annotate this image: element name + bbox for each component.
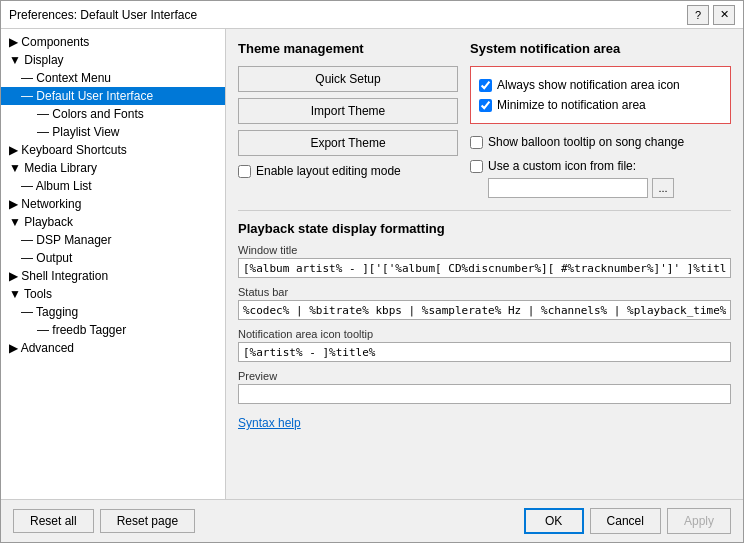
import-theme-button[interactable]: Import Theme xyxy=(238,98,458,124)
sidebar-item-label: — Album List xyxy=(21,179,225,193)
help-button[interactable]: ? xyxy=(687,5,709,25)
always-show-row: Always show notification area icon xyxy=(479,75,722,95)
sidebar-item-advanced[interactable]: ▶ Advanced xyxy=(1,339,225,357)
playback-formatting-section: Playback state display formatting Window… xyxy=(238,210,731,430)
show-balloon-label: Show balloon tooltip on song change xyxy=(488,135,684,149)
sidebar-item-label: — Tagging xyxy=(21,305,225,319)
status-bar-input[interactable] xyxy=(238,300,731,320)
sidebar-item-tools[interactable]: ▼ Tools xyxy=(1,285,225,303)
sidebar-item-label: — DSP Manager xyxy=(21,233,225,247)
export-theme-button[interactable]: Export Theme xyxy=(238,130,458,156)
footer-right-buttons: OK Cancel Apply xyxy=(524,508,731,534)
sidebar-item-label: — freedb Tagger xyxy=(37,323,225,337)
sidebar-item-label: ▶ Keyboard Shortcuts xyxy=(9,143,225,157)
sidebar-item-media-library[interactable]: ▼ Media Library xyxy=(1,159,225,177)
custom-icon-input[interactable] xyxy=(488,178,648,198)
sidebar: ▶ Components▼ Display— Context Menu— Def… xyxy=(1,29,226,499)
minimize-to-checkbox[interactable] xyxy=(479,99,492,112)
sidebar-item-label: — Colors and Fonts xyxy=(37,107,225,121)
sidebar-item-colors-and-fonts[interactable]: — Colors and Fonts xyxy=(1,105,225,123)
apply-button[interactable]: Apply xyxy=(667,508,731,534)
sidebar-item-shell-integration[interactable]: ▶ Shell Integration xyxy=(1,267,225,285)
main-content: ▶ Components▼ Display— Context Menu— Def… xyxy=(1,29,743,499)
sidebar-item-display[interactable]: ▼ Display xyxy=(1,51,225,69)
sidebar-item-output[interactable]: — Output xyxy=(1,249,225,267)
window-title: Preferences: Default User Interface xyxy=(9,8,197,22)
footer: Reset all Reset page OK Cancel Apply xyxy=(1,499,743,542)
preferences-window: Preferences: Default User Interface ? ✕ … xyxy=(0,0,744,543)
sidebar-item-networking[interactable]: ▶ Networking xyxy=(1,195,225,213)
sidebar-item-label: ▶ Shell Integration xyxy=(9,269,225,283)
sidebar-item-label: ▼ Tools xyxy=(9,287,225,301)
custom-icon-row: Use a custom icon from file: xyxy=(470,156,731,176)
sidebar-item-label: ▼ Playback xyxy=(9,215,225,229)
sidebar-item-tagging[interactable]: — Tagging xyxy=(1,303,225,321)
sidebar-item-label: — Output xyxy=(21,251,225,265)
reset-all-button[interactable]: Reset all xyxy=(13,509,94,533)
sidebar-item-album-list[interactable]: — Album List xyxy=(1,177,225,195)
enable-layout-checkbox[interactable] xyxy=(238,165,251,178)
titlebar-controls: ? ✕ xyxy=(687,5,735,25)
sidebar-item-label: — Default User Interface xyxy=(21,89,225,103)
sidebar-item-label: — Playlist View xyxy=(37,125,225,139)
enable-layout-label: Enable layout editing mode xyxy=(256,164,401,178)
notif-tooltip-input[interactable] xyxy=(238,342,731,362)
main-panel: Theme management Quick Setup Import Them… xyxy=(226,29,743,499)
notif-tooltip-label: Notification area icon tooltip xyxy=(238,328,731,340)
minimize-to-row: Minimize to notification area xyxy=(479,95,722,115)
sidebar-item-label: — Context Menu xyxy=(21,71,225,85)
quick-setup-button[interactable]: Quick Setup xyxy=(238,66,458,92)
preview-label: Preview xyxy=(238,370,731,382)
syntax-help-link[interactable]: Syntax help xyxy=(238,416,301,430)
use-custom-icon-checkbox[interactable] xyxy=(470,160,483,173)
use-custom-icon-label: Use a custom icon from file: xyxy=(488,159,636,173)
top-panels-row: Theme management Quick Setup Import Them… xyxy=(238,41,731,198)
system-notification-panel: System notification area Always show not… xyxy=(470,41,731,198)
sidebar-item-freedb-tagger[interactable]: — freedb Tagger xyxy=(1,321,225,339)
sidebar-item-label: ▼ Display xyxy=(9,53,225,67)
window-title-input[interactable] xyxy=(238,258,731,278)
theme-management-title: Theme management xyxy=(238,41,458,56)
always-show-label: Always show notification area icon xyxy=(497,78,680,92)
sidebar-item-keyboard-shortcuts[interactable]: ▶ Keyboard Shortcuts xyxy=(1,141,225,159)
sidebar-item-label: ▶ Components xyxy=(9,35,225,49)
show-balloon-checkbox[interactable] xyxy=(470,136,483,149)
sidebar-item-label: ▶ Advanced xyxy=(9,341,225,355)
close-button[interactable]: ✕ xyxy=(713,5,735,25)
cancel-button[interactable]: Cancel xyxy=(590,508,661,534)
footer-left-buttons: Reset all Reset page xyxy=(13,509,195,533)
status-bar-label: Status bar xyxy=(238,286,731,298)
sidebar-item-label: ▼ Media Library xyxy=(9,161,225,175)
theme-management-panel: Theme management Quick Setup Import Them… xyxy=(238,41,458,198)
minimize-to-label: Minimize to notification area xyxy=(497,98,646,112)
notif-tooltip-group: Notification area icon tooltip xyxy=(238,328,731,362)
sidebar-item-default-user-interface[interactable]: — Default User Interface xyxy=(1,87,225,105)
ok-button[interactable]: OK xyxy=(524,508,584,534)
sidebar-item-dsp-manager[interactable]: — DSP Manager xyxy=(1,231,225,249)
window-title-label: Window title xyxy=(238,244,731,256)
sidebar-item-context-menu[interactable]: — Context Menu xyxy=(1,69,225,87)
reset-page-button[interactable]: Reset page xyxy=(100,509,195,533)
sidebar-item-playlist-view[interactable]: — Playlist View xyxy=(1,123,225,141)
custom-icon-file-row: ... xyxy=(470,178,731,198)
sidebar-item-playback[interactable]: ▼ Playback xyxy=(1,213,225,231)
sidebar-item-label: ▶ Networking xyxy=(9,197,225,211)
status-bar-group: Status bar xyxy=(238,286,731,320)
window-title-group: Window title xyxy=(238,244,731,278)
sidebar-item-components[interactable]: ▶ Components xyxy=(1,33,225,51)
system-notification-title: System notification area xyxy=(470,41,731,56)
enable-layout-row: Enable layout editing mode xyxy=(238,164,458,178)
preview-group: Preview xyxy=(238,370,731,404)
notification-checked-box: Always show notification area icon Minim… xyxy=(470,66,731,124)
show-balloon-row: Show balloon tooltip on song change xyxy=(470,132,731,152)
playback-formatting-title: Playback state display formatting xyxy=(238,221,731,236)
titlebar: Preferences: Default User Interface ? ✕ xyxy=(1,1,743,29)
preview-input[interactable] xyxy=(238,384,731,404)
always-show-checkbox[interactable] xyxy=(479,79,492,92)
browse-button[interactable]: ... xyxy=(652,178,674,198)
